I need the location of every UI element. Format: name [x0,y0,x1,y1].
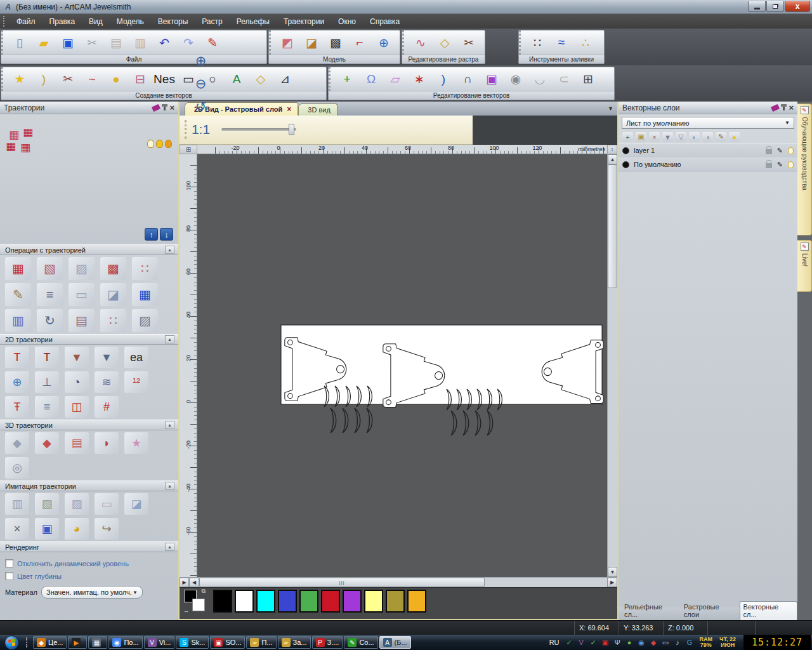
collapse-icon[interactable]: ▲ [165,421,174,429]
help-book-icon[interactable] [152,103,160,111]
menu-item[interactable]: Рельефы [230,15,277,28]
simulate-toolpath-icon[interactable]: ▥ [5,493,29,515]
vertical-scrollbar[interactable]: ▲ ▼ [607,154,617,577]
section-rendering[interactable]: Рендеринг ▲ [0,541,178,552]
zoom-1to1-icon[interactable]: 1:1 [189,118,213,141]
load-toolpath-icon[interactable]: ▥ [5,309,31,332]
sheet-select[interactable]: Лист по умолчанию ▼ [622,117,794,129]
smooth-vector-icon[interactable]: Ω [359,69,383,90]
rotary-machining-icon[interactable]: ◔ [65,371,89,393]
swap-colors-icon[interactable]: ↔ [183,607,189,614]
block-simulation-icon[interactable]: ◪ [124,493,148,515]
v-bit-carving-icon[interactable]: ▼ [65,347,89,368]
horizontal-scrollbar-thumb[interactable]: ||| [199,578,485,587]
close-tab-icon[interactable]: × [287,105,291,114]
fill-along-curve-icon[interactable]: ≈ [549,32,573,53]
trim-vectors-icon[interactable]: ⊟ [128,69,152,90]
exit-simulation-icon[interactable]: ↪ [95,518,119,540]
canvas-2d-view[interactable] [197,154,607,577]
bridge-machining-icon[interactable]: ⊥ [35,371,59,393]
tray-viber-icon[interactable]: V [577,637,586,647]
weld-vectors-icon[interactable]: ◉ [504,69,528,90]
move-toolpath-down-button[interactable]: ↓ [160,228,173,241]
simulate-control-icon[interactable]: ▧ [35,493,59,515]
feature-machining-icon[interactable]: ◗ [95,432,119,454]
tray-solidworks-ok-icon[interactable]: ✓ [565,637,574,647]
fit-curve-icon[interactable]: ~ [80,69,104,90]
z-level-roughing-icon[interactable]: ▤ [65,432,89,454]
section-2d-toolpaths[interactable]: 2D траектории ▲ [0,334,178,345]
preview-toolpath-icon[interactable]: ◎ [5,457,29,479]
copy-toolpath-icon[interactable]: ▤ [69,309,95,332]
nest-toolpaths-icon[interactable]: ∷ [100,309,126,332]
drilling-icon[interactable]: ⊕ [5,371,29,393]
greyscale-view-icon[interactable]: ▩ [324,32,348,53]
swatch-olive[interactable] [386,590,405,613]
open-model-icon[interactable]: ▰ [32,32,56,53]
scroll-right-icon[interactable]: ▶ [607,578,617,587]
menu-item[interactable]: Окно [331,15,363,28]
material-block-icon[interactable]: ◪ [100,283,126,306]
tab-tutorials[interactable]: ✎ Обучающие руководства [797,103,812,235]
bulb-off-icon[interactable] [147,140,154,148]
tray-satellite-icon[interactable]: Ψ [613,637,622,647]
swatch-amber[interactable] [407,590,426,613]
primary-secondary-color-selector[interactable]: ⧉ ↔ [184,590,207,613]
cut-icon[interactable]: ✂ [80,32,104,53]
taskbar-app-calculator[interactable]: ▦ [88,636,107,649]
zoom-slider[interactable] [221,128,296,131]
scroll-down-icon[interactable]: ▼ [608,567,617,577]
layer-row[interactable]: По умолчанию ✎ [619,157,797,171]
set-model-position-icon[interactable]: ◪ [299,32,324,53]
restore-button[interactable] [766,1,784,12]
save-model-icon[interactable]: ▣ [56,32,80,53]
scroll-up-icon[interactable]: ▲ [608,154,617,164]
section-toolpath-operations[interactable]: Операции с траекторией ▲ [0,244,178,255]
swatch-purple[interactable] [343,590,362,613]
snap-layer-icon[interactable]: ✎ [777,161,783,169]
create-star-icon[interactable]: ★ [8,69,32,90]
move-toolpath-up-button[interactable]: ↑ [145,228,158,241]
collapse-icon[interactable]: ▲ [165,482,174,490]
panel-profile-icon[interactable]: ◫ [65,396,89,418]
ruler-origin-button[interactable]: ⊞ [180,145,197,155]
calculate-toolpath-icon[interactable]: ▩ [100,257,126,280]
vector-text-icon[interactable]: A [225,69,249,90]
multi-drill-icon[interactable]: ≡ [35,396,59,418]
horizontal-scrollbar[interactable]: ▶ ◀ ||| ▶ [180,577,617,587]
vectorise-bitmap-icon[interactable]: ◇ [433,32,457,53]
linked-fill-icon[interactable]: ∴ [573,32,598,53]
start-button[interactable] [4,635,19,650]
taskbar-app-corel[interactable]: ✎ Co... [344,636,377,649]
swatch-white[interactable] [235,590,254,613]
toolpath-drawing-icon[interactable]: ▨ [132,309,158,332]
tray-leaf-icon[interactable]: ● [625,637,634,647]
taskbar-app-downloads[interactable]: ▰ За... [278,636,311,649]
tray-info-icon[interactable]: G [685,637,695,647]
merge-all-layers-icon[interactable]: ▽ [676,132,686,142]
minimize-button[interactable] [748,1,766,12]
set-model-size-icon[interactable]: ◩ [275,32,299,53]
lock-layer-icon[interactable] [766,163,772,168]
toolpath-summary-icon[interactable]: ▧ [37,257,63,280]
material-select[interactable]: Значен. имитац. по умолч. ▼ [41,586,143,599]
copy-layer-icon[interactable]: ▣ [636,132,646,142]
pin-icon[interactable] [164,105,166,110]
transform-toolpath-icon[interactable]: ↻ [37,309,63,332]
section-3d-toolpaths[interactable]: 3D траектории ▲ [0,420,178,430]
cut-out-icon[interactable]: ★ [124,432,148,454]
paste-icon[interactable]: ▥ [128,32,152,53]
layer-visibility-bulb-icon[interactable] [788,161,794,168]
taskbar-app-viber[interactable]: V Vi... [144,636,175,649]
bulb-on-icon[interactable] [156,140,163,148]
simulate-fast-icon[interactable]: ▨ [65,493,89,515]
menu-item[interactable]: Растр [195,15,229,28]
offset-vector-icon[interactable]: ◇ [249,69,273,90]
close-button[interactable]: x [785,1,810,12]
tray-network-icon[interactable]: ◉ [637,637,646,647]
zoom-out-icon[interactable]: ⊖ [189,72,213,95]
taskbar-app-solidworks[interactable]: ▣ SO... [210,636,245,649]
toggle-all-visibility-icon[interactable]: ● [729,132,740,142]
flood-fill-icon[interactable]: ∷ [525,32,549,53]
collapse-icon[interactable]: ▲ [165,246,174,254]
